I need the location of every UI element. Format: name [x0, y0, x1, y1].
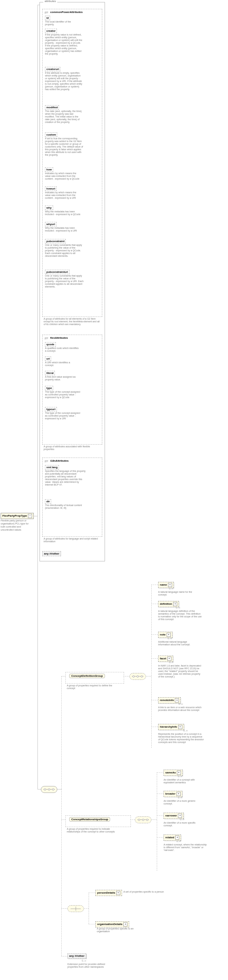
- attr-pubconstraint: pubconstraint: [45, 239, 66, 243]
- elem-persondetails-desc: A set of properties specific to a person: [124, 891, 164, 893]
- elem-broader-desc: An identifier of a more generic concept.: [163, 800, 201, 805]
- attr-uri-desc: A URI which identifies a concept.: [45, 361, 79, 367]
- attr-modified-desc: The date (and, optionally, the time) whe…: [45, 110, 82, 124]
- elem-related-desc: A related concept, where the relationshi…: [163, 843, 208, 852]
- any-element: any ##other: [68, 953, 86, 958]
- attr-literal-desc: A free-text value assigned as property v…: [45, 375, 82, 381]
- attr-creator-desc: If the property value is not defined, sp…: [45, 33, 82, 55]
- elem-remoteinfo-desc: A link to an item or a web resource whic…: [158, 706, 203, 712]
- elem-note-desc: Additional natural language information …: [158, 641, 199, 646]
- attr-dir-desc: The directionality of textual content (e…: [45, 504, 86, 509]
- elem-hierarchyinfo: hierarchyInfo+: [158, 724, 184, 730]
- sequence-root: [41, 786, 57, 793]
- root-desc: Flexible party (person or organisation) …: [1, 519, 32, 531]
- elem-narrower-desc: An identifier of a more specific concept…: [163, 822, 201, 827]
- attr-xmllang: xml:lang: [45, 465, 59, 469]
- group-cdg-desc: A group of properites required to define…: [67, 684, 118, 690]
- root-label: FlexPartyPropType: [2, 514, 27, 517]
- attr-howuri-desc: Indicates by which means the value was e…: [45, 191, 82, 199]
- elem-remoteinfo: remoteInfo+: [158, 697, 180, 703]
- attr-type: type: [45, 386, 53, 390]
- group-cdg-label: ConceptDefinitionGroup: [69, 674, 105, 678]
- attr-dir: dir: [45, 499, 51, 504]
- sequence-cdg: [130, 673, 146, 680]
- attr-why: why: [45, 205, 53, 210]
- elem-persondetails: personDetails+: [95, 890, 122, 896]
- group-crg-desc: A group of properites required to indica…: [67, 828, 121, 833]
- elem-hierarchyinfo-desc: Represents the position of a concept in …: [158, 733, 204, 744]
- grp-tag: grp: [44, 11, 48, 13]
- attr-creatoruri: creatoruri: [45, 67, 60, 72]
- attr-xmllang-desc: Specifies the language of this property …: [45, 470, 86, 486]
- card: 0..∞: [169, 587, 174, 590]
- attr-pubconstrainturi-desc: One or many constraints that apply to pu…: [45, 275, 84, 288]
- attr-custom-desc: If set to true the corresponding propert…: [45, 137, 84, 156]
- attr-literal: literal: [45, 371, 55, 375]
- group-flex-label: flexAttributes: [50, 336, 68, 339]
- group-i18n-label: i18nAttributes: [50, 459, 68, 462]
- attr-typeuri-desc: The type of the concept assigned as cont…: [45, 412, 82, 420]
- attr-pubconstrainturi: pubconstrainturi: [45, 270, 70, 274]
- choice-details: [68, 905, 84, 912]
- attr-qcode: qcode: [45, 342, 56, 347]
- group-crg-label: ConceptRelationshipsGroup: [69, 817, 110, 822]
- root-type: FlexPartyPropType−: [1, 513, 34, 519]
- attr-type-desc: The type of the concept assigned as cont…: [45, 391, 82, 399]
- sequence-crg: [135, 816, 151, 823]
- attr-creator: creator: [45, 29, 57, 33]
- collapse-icon[interactable]: −: [28, 514, 32, 518]
- attr-howuri: howuri: [45, 186, 57, 191]
- attr-modified: modified: [45, 105, 59, 110]
- attr-how-desc: Indicates by which means the value was e…: [45, 172, 82, 180]
- group-common-desc: A group of attributes for all elements o…: [44, 318, 100, 326]
- attr-id-desc: The local identifier of the property.: [45, 21, 79, 26]
- elem-sameas-desc: An identifier of a concept with equivale…: [163, 778, 204, 784]
- elem-orgdetails-desc: A group of properties specific to an org…: [97, 928, 144, 933]
- any-attribute: any ##other: [42, 551, 61, 556]
- any-element-desc: Extension point for provider-defined pro…: [68, 963, 115, 968]
- attr-creatoruri-desc: If the attribute is empty, specifies whi…: [45, 72, 82, 91]
- elem-definition-desc: A natural language definition of the sem…: [158, 610, 203, 621]
- attr-how: how: [45, 167, 53, 172]
- attr-whyuri: whyuri: [45, 222, 57, 226]
- attr-qcode-desc: A qualified code which identifies a conc…: [45, 347, 79, 352]
- attr-why-desc: Why the metadata has been included - exp…: [45, 210, 82, 216]
- attr-id: id: [45, 16, 50, 20]
- group-cdg: ConceptDefinitionGroup: [65, 672, 124, 684]
- attributes-panel-title: attributes: [43, 0, 57, 3]
- attr-uri: uri: [45, 356, 51, 361]
- elem-orgdetails: organisationDetails+: [95, 921, 129, 928]
- group-flex-desc: A group of attributes associated with fl…: [44, 445, 98, 451]
- group-i18n-desc: A group of attributes for language and s…: [44, 538, 98, 543]
- elem-name-desc: A natural language name for the concept.: [158, 591, 199, 596]
- group-crg: ConceptRelationshipsGroup: [65, 815, 131, 827]
- attr-pubconstraint-desc: One or many constraints that apply to pu…: [45, 244, 84, 258]
- attr-whyuri-desc: Why the metadata has been included - exp…: [45, 227, 82, 232]
- elem-facet-desc: In NAR 1.8 and later, facet is deprecate…: [158, 665, 203, 678]
- attr-typeuri: typeuri: [45, 407, 57, 412]
- group-common-label: commonPowerAttributes: [50, 11, 82, 14]
- expand-icon[interactable]: +: [168, 583, 172, 587]
- attr-custom: custom: [45, 132, 57, 137]
